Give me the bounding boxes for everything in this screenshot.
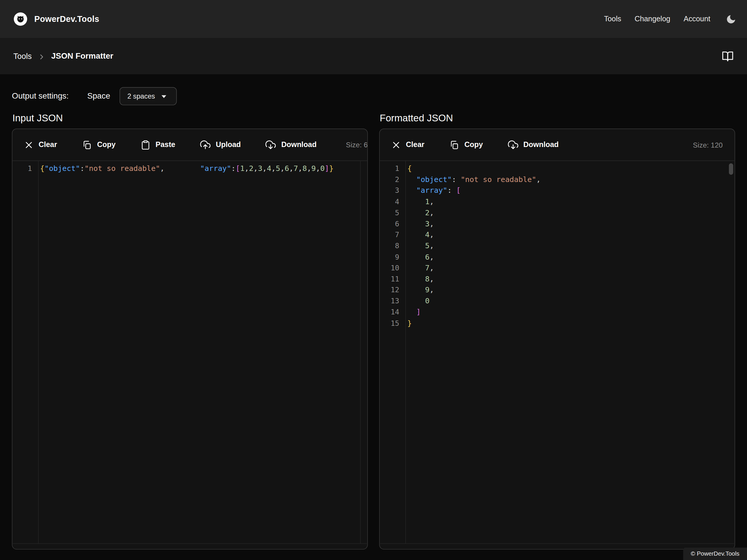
book-icon: [722, 50, 733, 62]
footer-copyright: © PowerDev.Tools: [683, 548, 747, 560]
input-paste-button[interactable]: Paste: [140, 140, 175, 150]
line-number: 14: [380, 307, 399, 318]
code-text: 0: [399, 296, 430, 307]
code-text: 7,: [399, 263, 434, 274]
output-vertical-scrollbar-thumb[interactable]: [729, 163, 733, 175]
brand-name: PowerDev.Tools: [34, 14, 100, 24]
code-line: 4 1,: [380, 196, 735, 208]
code-text: ]: [399, 307, 420, 318]
indent-select[interactable]: 2 spaces: [120, 87, 177, 105]
code-text: 9,: [399, 285, 434, 296]
line-number: 8: [380, 241, 399, 252]
nav-link-changelog[interactable]: Changelog: [635, 15, 670, 23]
input-download-button[interactable]: Download: [265, 139, 317, 150]
input-copy-button[interactable]: Copy: [82, 140, 115, 150]
moon-icon: [726, 14, 737, 25]
line-number: 1: [12, 163, 32, 175]
line-number: 3: [380, 186, 399, 196]
input-copy-label: Copy: [97, 140, 115, 149]
output-size-label: Size: 120: [693, 140, 723, 149]
output-copy-button[interactable]: Copy: [449, 140, 483, 150]
output-toolbar: Clear Copy Download: [380, 129, 735, 161]
x-icon: [392, 140, 401, 149]
caret-down-icon: [162, 96, 166, 98]
code-text: "array": [: [399, 186, 461, 196]
input-panel-title: Input JSON: [12, 112, 368, 124]
line-number: 15: [380, 318, 399, 329]
breadcrumb-tools-link[interactable]: Tools: [14, 52, 32, 61]
nav-link-tools[interactable]: Tools: [604, 15, 621, 23]
output-download-label: Download: [523, 140, 559, 149]
gutter-separator: [38, 161, 39, 544]
line-number: 11: [380, 274, 399, 285]
line-number: 1: [380, 163, 399, 175]
brand-logo-icon: [14, 12, 28, 26]
indent-select-value: 2 spaces: [127, 92, 155, 100]
input-size-label: Size: 66: [346, 140, 368, 149]
output-panel: Clear Copy Download: [379, 129, 735, 550]
output-clear-button[interactable]: Clear: [392, 140, 424, 149]
output-download-button[interactable]: Download: [508, 139, 559, 150]
input-panel-column: Input JSON Clear Co: [12, 112, 368, 550]
input-panel: Clear Copy Paste: [12, 129, 368, 550]
input-json-editor[interactable]: 1{"object":"not so readable", "array":[1…: [12, 161, 367, 549]
line-number: 10: [380, 263, 399, 274]
input-clear-button[interactable]: Clear: [24, 140, 57, 149]
copy-icon: [82, 140, 92, 150]
code-text: 3,: [399, 218, 434, 230]
breadcrumb-current: JSON Formatter: [51, 51, 113, 61]
output-panel-title: Formatted JSON: [380, 112, 735, 124]
line-number: 5: [380, 207, 399, 218]
code-line: 7 4,: [380, 230, 735, 241]
code-text: {"object":"not so readable", "array":[1,…: [32, 163, 334, 175]
line-number: 13: [380, 296, 399, 307]
code-line: 10 7,: [380, 263, 735, 274]
code-line: 9 6,: [380, 252, 735, 263]
code-text: "object": "not so readable",: [399, 175, 541, 186]
space-label: Space: [87, 91, 110, 101]
input-upload-button[interactable]: Upload: [200, 139, 241, 150]
nav-link-account[interactable]: Account: [684, 15, 710, 23]
brand-logo-link[interactable]: PowerDev.Tools: [14, 12, 99, 26]
code-line: 15}: [380, 318, 735, 329]
copy-icon: [449, 140, 459, 150]
input-download-label: Download: [281, 140, 317, 149]
breadcrumb: Tools JSON Formatter: [0, 38, 747, 74]
line-number: 9: [380, 252, 399, 263]
code-text: 5,: [399, 241, 434, 252]
code-line: 12 9,: [380, 285, 735, 296]
line-number: 7: [380, 230, 399, 241]
download-cloud-icon: [508, 139, 518, 150]
code-text: 8,: [399, 274, 434, 285]
navbar-links: Tools Changelog Account: [604, 14, 737, 25]
page: PowerDev.Tools Tools Changelog Account T…: [0, 0, 747, 560]
code-text: 6,: [399, 252, 434, 263]
output-copy-label: Copy: [464, 140, 483, 149]
upload-cloud-icon: [200, 139, 211, 150]
input-vertical-scrollbar-track: [360, 160, 361, 544]
formatted-json-editor[interactable]: 1{2 "object": "not so readable",3 "array…: [380, 161, 735, 549]
code-line: 6 3,: [380, 218, 735, 230]
input-upload-label: Upload: [216, 140, 241, 149]
code-text: 2,: [399, 207, 434, 218]
code-line: 5 2,: [380, 207, 735, 218]
output-panel-column: Formatted JSON Clear: [379, 112, 735, 550]
x-icon: [24, 140, 33, 149]
input-toolbar: Clear Copy Paste: [12, 129, 367, 161]
panels-row: Input JSON Clear Co: [12, 112, 735, 550]
line-number: 2: [380, 175, 399, 186]
output-horizontal-scrollbar-track: [380, 543, 734, 544]
code-line: 3 "array": [: [380, 186, 735, 196]
docs-button[interactable]: [722, 50, 733, 62]
theme-toggle-button[interactable]: [726, 14, 737, 25]
code-text: 4,: [399, 230, 434, 241]
code-line: 8 5,: [380, 241, 735, 252]
input-clear-label: Clear: [38, 140, 57, 149]
line-number: 12: [380, 285, 399, 296]
gutter-separator: [405, 161, 406, 544]
download-cloud-icon: [265, 139, 276, 150]
top-navbar: PowerDev.Tools Tools Changelog Account: [0, 0, 747, 38]
code-text: 1,: [399, 196, 434, 208]
code-line: 2 "object": "not so readable",: [380, 175, 735, 186]
code-line: 1{: [380, 163, 735, 175]
